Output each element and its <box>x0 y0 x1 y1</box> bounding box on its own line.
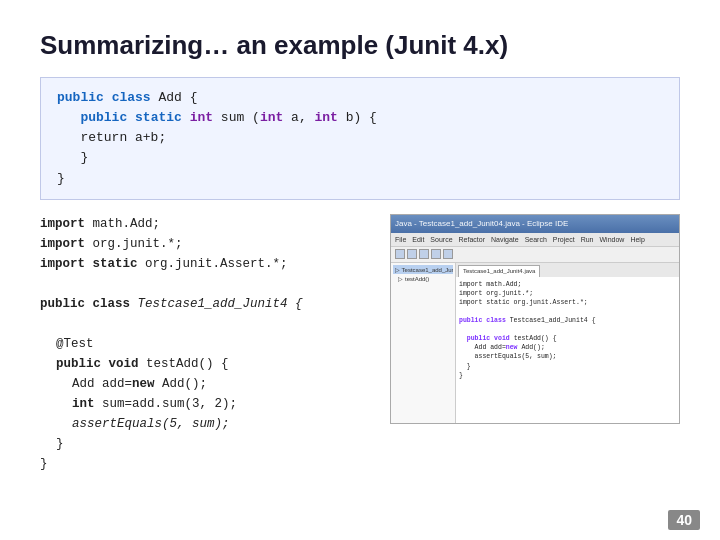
toolbar-btn-2 <box>407 249 417 259</box>
toolbar-btn-3 <box>419 249 429 259</box>
sidebar-item-testcase: ▷ Testcase1_add_Junit4 <box>393 265 453 274</box>
menu-search: Search <box>525 236 547 243</box>
editor-line-9: assertEquals(5, sum); <box>459 352 676 361</box>
body-line-2: int sum=add.sum(3, 2); <box>72 394 374 414</box>
editor-line-2: import org.junit.*; <box>459 289 676 298</box>
menu-file: File <box>395 236 406 243</box>
eclipse-menubar: File Edit Source Refactor Navigate Searc… <box>391 233 679 247</box>
body-close: } <box>56 434 374 454</box>
content-area: import math.Add; import org.junit.*; imp… <box>40 214 680 474</box>
test-annotation: @Test <box>56 334 374 354</box>
class-close: } <box>40 454 374 474</box>
method-signature: public void testAdd() { <box>56 354 374 374</box>
editor-line-5: public class Testcase1_add_Junit4 { <box>459 316 676 325</box>
editor-line-10: } <box>459 362 676 371</box>
menu-refactor: Refactor <box>459 236 485 243</box>
eclipse-screenshot: Java - Testcase1_add_Junit04.java - Ecli… <box>390 214 680 424</box>
eclipse-main: Testcase1_add_Junit4.java import math.Ad… <box>456 263 679 423</box>
body-line-3: assertEquals(5, sum); <box>72 414 374 434</box>
eclipse-titlebar: Java - Testcase1_add_Junit04.java - Ecli… <box>391 215 679 233</box>
import-line-3: import static org.junit.Assert.*; <box>40 254 374 274</box>
import-line-1: import math.Add; <box>40 214 374 234</box>
eclipse-title-text: Java - Testcase1_add_Junit04.java - Ecli… <box>395 219 568 228</box>
slide: Summarizing… an example (Junit 4.x) publ… <box>0 0 720 540</box>
left-code-area: import math.Add; import org.junit.*; imp… <box>40 214 374 474</box>
import-line-2: import org.junit.*; <box>40 234 374 254</box>
eclipse-tab-file: Testcase1_add_Junit4.java <box>458 265 540 277</box>
menu-project: Project <box>553 236 575 243</box>
body-line-1: Add add=new Add(); <box>72 374 374 394</box>
toolbar-btn-4 <box>431 249 441 259</box>
code-block-add-class: public class Add { public static int sum… <box>40 77 680 200</box>
sidebar-item-testadd: ▷ testAdd() <box>393 274 453 283</box>
editor-line-6 <box>459 325 676 334</box>
menu-window: Window <box>599 236 624 243</box>
editor-line-8: Add add=new Add(); <box>459 343 676 352</box>
menu-run: Run <box>581 236 594 243</box>
class-declaration: public class Testcase1_add_Junit4 { <box>40 294 374 314</box>
editor-line-3: import static org.junit.Assert.*; <box>459 298 676 307</box>
editor-line-7: public void testAdd() { <box>459 334 676 343</box>
editor-line-11: } <box>459 371 676 380</box>
eclipse-editor: import math.Add; import org.junit.*; imp… <box>456 277 679 423</box>
editor-line-1: import math.Add; <box>459 280 676 289</box>
editor-line-4 <box>459 307 676 316</box>
menu-help: Help <box>630 236 644 243</box>
eclipse-body: ▷ Testcase1_add_Junit4 ▷ testAdd() Testc… <box>391 263 679 423</box>
page-number: 40 <box>668 510 700 530</box>
eclipse-toolbar <box>391 247 679 263</box>
menu-navigate: Navigate <box>491 236 519 243</box>
eclipse-tabs: Testcase1_add_Junit4.java <box>456 263 679 277</box>
toolbar-btn-1 <box>395 249 405 259</box>
slide-title: Summarizing… an example (Junit 4.x) <box>40 30 680 61</box>
menu-edit: Edit <box>412 236 424 243</box>
toolbar-btn-5 <box>443 249 453 259</box>
eclipse-sidebar: ▷ Testcase1_add_Junit4 ▷ testAdd() <box>391 263 456 423</box>
menu-source: Source <box>430 236 452 243</box>
